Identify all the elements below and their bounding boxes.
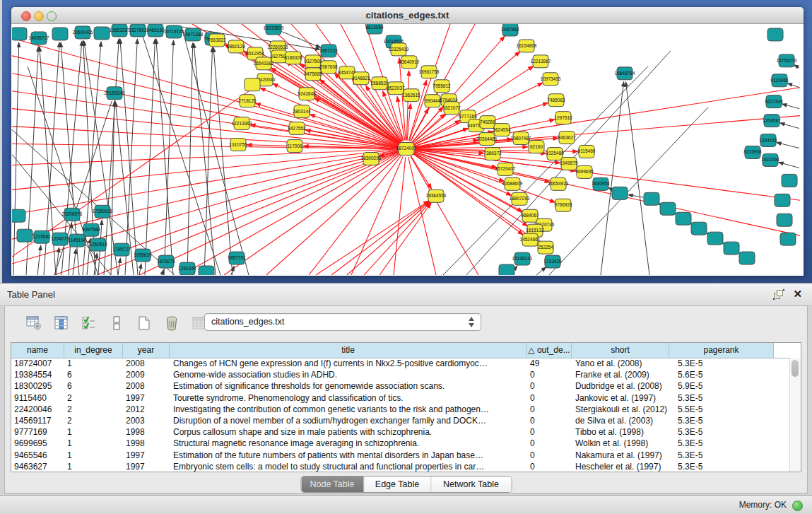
table-cell[interactable]: 2 — [64, 392, 123, 404]
graph-node[interactable]: 1310755 — [229, 139, 247, 151]
table-cell[interactable]: 5.3E-5 — [669, 450, 774, 461]
table-cell[interactable]: 0 — [527, 415, 572, 426]
table-cell[interactable]: 1 — [64, 461, 123, 472]
graph-node[interactable]: 16033809 — [264, 24, 284, 35]
table-row[interactable]: 946362711997Embryonic stem cells: a mode… — [11, 461, 790, 472]
graph-node[interactable]: 10688609 — [502, 177, 523, 190]
table-cell[interactable]: 18724007 — [11, 358, 64, 369]
graph-node[interactable]: 1209587 — [763, 115, 781, 127]
graph-node[interactable]: 12213363 — [232, 117, 252, 130]
table-cell[interactable]: Investigating the contribution of common… — [170, 404, 527, 415]
graph-node[interactable]: 1095810 — [134, 249, 152, 262]
table-cell[interactable]: 1997 — [123, 392, 170, 404]
table-cell[interactable]: 9463627 — [11, 461, 64, 472]
graph-node[interactable]: 15136141 — [512, 252, 533, 265]
graph-node[interactable]: 9242848 — [298, 88, 316, 100]
table-cell[interactable]: Nakamura et al. (1997) — [572, 450, 669, 461]
table-cell[interactable]: 2 — [64, 415, 123, 426]
memory-status-icon[interactable] — [792, 501, 803, 511]
graph-node[interactable]: 7485063 — [547, 94, 565, 107]
graph-node[interactable]: 9756928 — [554, 199, 572, 211]
table-cell[interactable]: Tourette syndrome. Phenomenology and cla… — [170, 392, 527, 404]
table-cell[interactable]: 5.9E-5 — [669, 380, 774, 392]
table-cell[interactable]: 9699695 — [11, 438, 64, 449]
graph-node[interactable] — [767, 28, 783, 41]
table-cell[interactable]: Corpus callosum shape and size in male p… — [170, 426, 527, 438]
graph-node[interactable] — [676, 212, 691, 225]
table-row[interactable]: 977716911998Corpus callosum shape and si… — [11, 426, 790, 438]
table-row[interactable]: 946554611997Estimation of the future num… — [11, 450, 790, 461]
table-cell[interactable]: 49 — [527, 358, 572, 369]
scrollbar-thumb[interactable] — [792, 360, 799, 377]
column-header-out_de[interactable]: △ out_de... — [527, 343, 572, 358]
table-cell[interactable]: 0 — [527, 461, 572, 472]
graph-node[interactable]: 9463627 — [558, 132, 576, 144]
network-canvas[interactable]: 1405571720691406106532871527602646616010… — [12, 24, 803, 275]
graph-node[interactable]: 9699695 — [575, 165, 594, 178]
network-table-select[interactable]: citations_edges.txt — [204, 313, 481, 331]
table-cell[interactable]: 2012 — [123, 404, 170, 415]
graph-node[interactable]: 10719155 — [164, 25, 184, 38]
table-row[interactable]: 1872400712008Changes of HCN gene express… — [11, 358, 790, 369]
table-cell[interactable]: 9115460 — [11, 392, 64, 404]
graph-node[interactable]: 9227349 — [765, 95, 783, 108]
graph-node[interactable]: 6466160 — [146, 24, 165, 37]
row-mode-icon[interactable] — [107, 315, 126, 332]
graph-node[interactable] — [12, 209, 25, 222]
graph-node[interactable]: 990444 — [425, 95, 440, 107]
table-cell[interactable]: 6 — [64, 380, 123, 392]
graph-node[interactable]: 10807487 — [511, 132, 531, 145]
graph-node[interactable] — [94, 27, 110, 40]
graph-node[interactable]: 9129966 — [770, 74, 789, 87]
table-cell[interactable]: 14569117 — [11, 415, 64, 426]
table-row[interactable]: 1938455462009Genome-wide association stu… — [11, 369, 790, 380]
graph-node[interactable] — [775, 194, 790, 206]
graph-node[interactable]: 12325419 — [389, 43, 409, 56]
graph-node[interactable]: 1145194 — [69, 234, 86, 247]
table-cell[interactable]: 19384554 — [11, 369, 64, 380]
table-cell[interactable]: 0 — [527, 404, 572, 415]
graph-node[interactable] — [707, 232, 723, 245]
graph-node[interactable] — [660, 202, 676, 215]
graph-node[interactable]: 1215682 — [33, 230, 51, 243]
graph-node[interactable]: 16543382 — [254, 57, 274, 70]
table-cell[interactable]: 1 — [64, 450, 123, 461]
graph-node[interactable]: 1362615 — [402, 89, 420, 102]
graph-node[interactable] — [12, 28, 27, 40]
table-cell[interactable]: 2008 — [123, 358, 170, 369]
graph-node[interactable]: 252254 — [538, 241, 553, 254]
close-window-button[interactable] — [21, 11, 31, 21]
table-cell[interactable]: Dudbridge et al. (2008) — [572, 380, 669, 392]
column-header-title[interactable]: title — [170, 343, 527, 358]
table-cell[interactable]: 22420046 — [11, 404, 64, 415]
network-view-window[interactable]: citations_edges.txt 14055717206914061065… — [11, 7, 804, 276]
table-row[interactable]: 911546021997Tourette syndrome. Phenomeno… — [11, 392, 790, 404]
graph-node[interactable]: 1297515 — [554, 112, 572, 124]
graph-node[interactable]: 1250519 — [89, 238, 107, 251]
table-cell[interactable]: Estimation of the future numbers of pati… — [170, 450, 527, 461]
table-cell[interactable]: Disruption of a novel member of a sodium… — [170, 415, 527, 426]
table-row[interactable]: 1456911722003Disruption of a novel membe… — [11, 415, 790, 426]
graph-node[interactable]: 1244415 — [759, 134, 777, 147]
graph-node[interactable]: 62160 — [529, 141, 544, 153]
column-header-pagerank[interactable]: pagerank — [669, 343, 774, 358]
graph-node[interactable]: 14671388 — [183, 28, 204, 41]
float-panel-icon[interactable] — [774, 290, 784, 299]
graph-node[interactable]: 1527602 — [129, 24, 147, 37]
graph-node[interactable] — [724, 242, 739, 255]
graph-node[interactable]: 20364486 — [477, 133, 498, 146]
minimize-window-button[interactable] — [34, 11, 44, 21]
graph-node[interactable]: 17359928 — [93, 205, 113, 218]
graph-node[interactable]: 1025488 — [546, 148, 564, 160]
table-cell[interactable]: Jankovic et al. (1997) — [572, 392, 669, 404]
table-cell[interactable]: Yano et al. (2008) — [572, 358, 669, 369]
table-cell[interactable]: 0 — [527, 426, 572, 438]
graph-node[interactable]: 1621072 — [442, 102, 461, 115]
table-cell[interactable]: 2 — [64, 404, 123, 415]
graph-node[interactable]: 3624554 — [493, 124, 511, 136]
select-mode-icon[interactable] — [80, 315, 98, 332]
graph-node[interactable] — [612, 187, 628, 199]
table-cell[interactable]: 9777169 — [11, 426, 64, 438]
graph-node[interactable]: 8186328 — [284, 52, 302, 64]
graph-node[interactable]: 7857223 — [319, 45, 338, 57]
